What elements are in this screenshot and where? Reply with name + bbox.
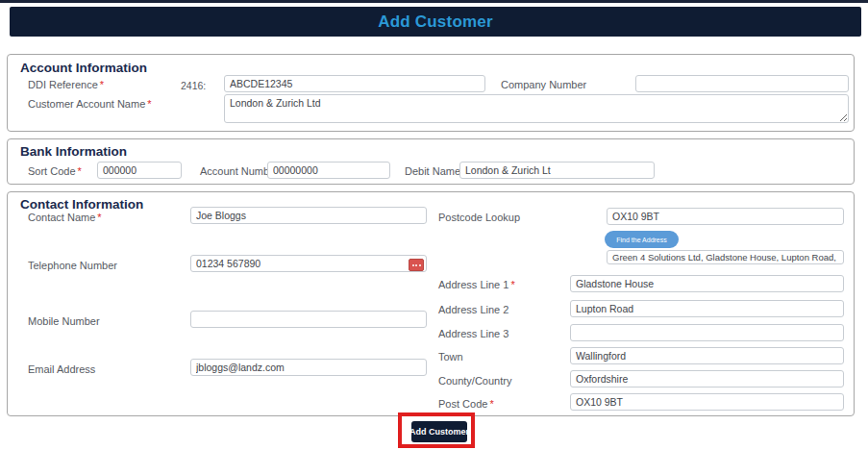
- address-result-input[interactable]: [607, 250, 844, 264]
- company-number-input[interactable]: [635, 75, 849, 92]
- phone-extension-icon[interactable]: [409, 259, 424, 271]
- required-asterisk: *: [78, 165, 82, 177]
- address-line-2-label: Address Line 2: [438, 304, 508, 315]
- email-address-label: Email Address: [28, 363, 95, 375]
- address-line-1-label: Address Line 1*: [438, 279, 515, 290]
- address-line-1-input[interactable]: [570, 275, 844, 292]
- contact-name-input[interactable]: [190, 207, 427, 224]
- post-code-input[interactable]: [570, 393, 844, 411]
- required-asterisk: *: [100, 79, 104, 90]
- add-customer-page: Add Customer Account Information DDI Ref…: [0, 0, 868, 450]
- email-address-input[interactable]: [190, 359, 427, 376]
- page-header: Add Customer: [10, 7, 861, 37]
- find-address-button[interactable]: Find the Address: [605, 231, 679, 248]
- required-asterisk: *: [510, 279, 514, 290]
- contact-information-section: Contact Information Contact Name* Teleph…: [7, 191, 855, 416]
- postcode-lookup-label: Postcode Lookup: [438, 212, 520, 223]
- page-title: Add Customer: [378, 12, 493, 32]
- address-line-3-input[interactable]: [570, 324, 844, 341]
- debit-name-input[interactable]: [459, 162, 655, 179]
- ddi-reference-input[interactable]: [224, 75, 485, 92]
- company-number-label: Company Number: [501, 79, 586, 90]
- sort-code-label: Sort Code*: [28, 165, 82, 177]
- town-input[interactable]: [570, 347, 844, 364]
- contact-information-heading: Contact Information: [20, 197, 143, 212]
- account-information-section: Account Information DDI Reference* 2416:…: [7, 54, 855, 132]
- post-code-label: Post Code*: [438, 398, 494, 410]
- county-country-label: County/Country: [438, 375, 511, 387]
- account-information-heading: Account Information: [20, 61, 147, 75]
- customer-account-name-label: Customer Account Name*: [28, 98, 152, 110]
- address-line-3-label: Address Line 3: [438, 328, 508, 339]
- window-top-edge: [0, 0, 868, 3]
- required-asterisk: *: [97, 212, 101, 223]
- ddi-reference-prefix: 2416:: [181, 80, 206, 91]
- add-customer-button[interactable]: Add Customer: [411, 421, 467, 442]
- mobile-number-input[interactable]: [190, 311, 427, 328]
- required-asterisk: *: [489, 398, 493, 410]
- bank-information-section: Bank Information Sort Code* Account Numb…: [7, 138, 855, 185]
- postcode-lookup-input[interactable]: [607, 208, 844, 225]
- ddi-reference-label: DDI Reference*: [28, 79, 104, 90]
- debit-name-label: Debit Name*: [405, 165, 466, 177]
- required-asterisk: *: [147, 98, 151, 110]
- bank-information-heading: Bank Information: [20, 144, 127, 159]
- address-line-2-input[interactable]: [570, 300, 844, 317]
- telephone-number-input[interactable]: [190, 255, 427, 272]
- mobile-number-label: Mobile Number: [28, 315, 100, 327]
- account-number-input[interactable]: [267, 162, 390, 179]
- town-label: Town: [438, 351, 463, 362]
- sort-code-input[interactable]: [97, 162, 182, 179]
- customer-account-name-textarea[interactable]: London & Zurich Ltd: [224, 94, 849, 123]
- county-country-input[interactable]: [570, 370, 844, 388]
- contact-name-label: Contact Name*: [28, 212, 102, 223]
- telephone-number-label: Telephone Number: [28, 260, 117, 271]
